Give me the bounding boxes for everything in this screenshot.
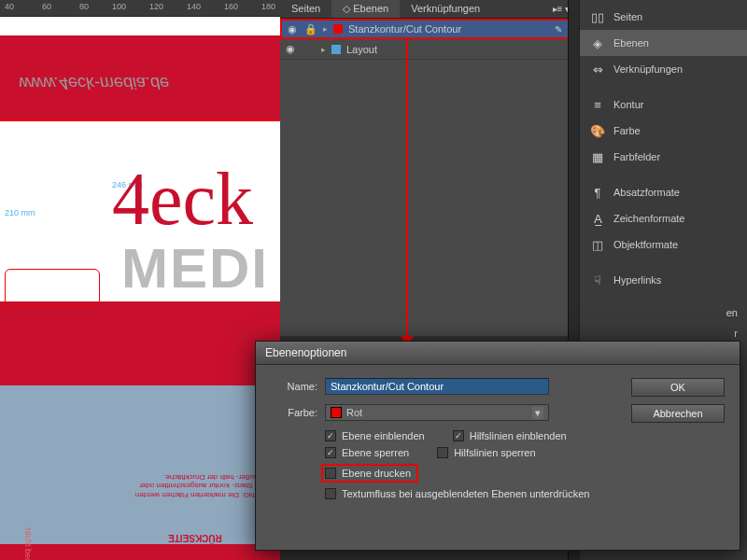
cancel-button[interactable]: Abbrechen (631, 404, 725, 423)
sidebar-item-objektformate[interactable]: ◫Objektformate (580, 231, 747, 258)
sidebar-item-ebenen[interactable]: ◈Ebenen (580, 30, 747, 56)
document-canvas[interactable]: www.4eck-media.de 246 mm 210 mm 4eck MED… (0, 17, 280, 560)
object-styles-icon: ◫ (589, 236, 606, 253)
swatches-icon: ▦ (589, 148, 606, 165)
check-hilfslinien-einblenden[interactable]: ✓Hilfslinien einblenden (453, 430, 567, 441)
sidebar-item-absatzformate[interactable]: ¶Absatzformate (580, 179, 747, 205)
doc-red-stripe (0, 544, 280, 560)
sidebar-label: Hyperlinks (613, 274, 661, 286)
name-label: Name: (271, 381, 317, 392)
sidebar-item-farbe[interactable]: 🎨Farbe (580, 118, 747, 144)
hyperlinks-icon: ☟ (589, 272, 606, 288)
tab-ebenen[interactable]: ◇ Ebenen (331, 0, 400, 18)
paragraph-styles-icon: ¶ (589, 184, 606, 201)
farbe-label: Farbe: (271, 407, 317, 418)
cut-contour-rect (5, 269, 100, 306)
cut-contour-line (0, 119, 280, 121)
sidebar-item-zeichenformate[interactable]: A̲Zeichenformate (580, 205, 747, 231)
sidebar-item-partial[interactable]: en (580, 302, 747, 323)
check-ebene-drucken[interactable]: Ebene drucken (321, 464, 418, 483)
disclosure-icon[interactable]: ▸ (321, 45, 326, 54)
sidebar-label: Verknüpfungen (613, 63, 683, 75)
color-icon: 🎨 (589, 122, 606, 139)
sidebar-label: Farbfelder (613, 151, 660, 162)
stroke-icon: ≡ (589, 96, 606, 113)
sidebar-label: Absatzformate (613, 187, 680, 198)
doc-media-text: MEDI (121, 236, 269, 301)
tab-verknuepfungen[interactable]: Verknüpfungen (400, 0, 491, 18)
check-label: Hilfslinien einblenden (470, 430, 567, 441)
color-swatch (331, 45, 341, 54)
layer-name: Stanzkontur/Cut Contour (348, 23, 549, 35)
sidebar-item-farbfelder[interactable]: ▦Farbfelder (580, 144, 747, 170)
sidebar-item-seiten[interactable]: ▯▯Seiten (580, 4, 747, 30)
sidebar-item-hyperlinks[interactable]: ☟Hyperlinks (580, 267, 747, 293)
sidebar-item-verknuepfungen[interactable]: ⇔Verknüpfungen (580, 56, 747, 82)
check-ebene-sperren[interactable]: ✓Ebene sperren (325, 447, 409, 458)
layer-name-input[interactable] (325, 378, 549, 395)
lock-icon[interactable]: 🔒 (304, 23, 317, 35)
dialog-title: Ebenenoptionen (256, 342, 740, 365)
check-label: Ebene sperren (342, 447, 409, 458)
sidebar-label: en (726, 307, 738, 318)
sidebar-label: Farbe (613, 125, 641, 136)
doc-blue-area (0, 385, 280, 544)
sidebar-label: Ebenen (613, 37, 649, 49)
tab-seiten[interactable]: Seiten (280, 0, 331, 18)
check-label: Hilfslinien sperren (454, 447, 535, 458)
pink-label: Nicht bedruckbar (23, 527, 33, 560)
checkbox-icon (437, 447, 448, 458)
tab-label: Ebenen (353, 3, 388, 14)
visibility-icon[interactable]: ◉ (286, 23, 299, 35)
sidebar-label: Zeichenformate (613, 213, 684, 224)
layer-row-layout[interactable]: ◉ ▸ Layout (280, 39, 579, 60)
visibility-icon[interactable]: ◉ (284, 43, 297, 55)
layer-name: Layout (346, 44, 575, 55)
checkbox-icon (325, 488, 336, 499)
check-label: Textumfluss bei ausgeblendeten Ebenen un… (342, 488, 589, 499)
check-textumfluss[interactable]: Textumfluss bei ausgeblendeten Ebenen un… (325, 488, 589, 499)
doc-logo-text: 4eck (112, 157, 253, 242)
checkbox-icon: ✓ (325, 447, 336, 458)
checkbox-icon: ✓ (325, 430, 336, 441)
doc-red-stripe (0, 301, 280, 385)
char-styles-icon: A̲ (589, 210, 606, 227)
checkbox-icon: ✓ (453, 430, 464, 441)
check-label: Ebene drucken (342, 468, 411, 479)
disclosure-icon[interactable]: ▸ (323, 24, 328, 34)
color-swatch (333, 24, 343, 34)
check-label: Ebene einblenden (342, 430, 425, 441)
pages-icon: ▯▯ (589, 8, 606, 25)
checkbox-icon (325, 468, 336, 479)
color-value: Rot (346, 407, 362, 418)
pen-icon[interactable]: ✎ (555, 24, 562, 35)
measure-label: 210 mm (5, 208, 35, 217)
layer-options-dialog: Ebenenoptionen Name: Farbe: Rot OK Abbre… (255, 341, 740, 551)
sidebar-label: Objektformate (613, 239, 678, 250)
layers-icon: ◈ (589, 35, 606, 51)
color-chip (331, 407, 342, 418)
rueckseite-label: RÜCKSEITE (168, 533, 222, 543)
doc-url-text: www.4eck-media.de (19, 73, 169, 92)
layer-color-select[interactable]: Rot (325, 404, 549, 421)
ok-button[interactable]: OK (631, 378, 725, 397)
sidebar-label: Kontur (613, 99, 643, 110)
sidebar-label: Seiten (613, 11, 642, 22)
panel-tabs: Seiten ◇ Ebenen Verknüpfungen ▸≡ ▾≡ (280, 0, 579, 19)
sidebar-label: r (734, 328, 738, 339)
check-ebene-einblenden[interactable]: ✓Ebene einblenden (325, 430, 425, 441)
layers-panel: ◉ 🔒 ▸ Stanzkontur/Cut Contour ✎ ◉ ▸ Layo… (280, 19, 579, 336)
links-icon: ⇔ (589, 61, 606, 77)
annotation-arrow (406, 37, 408, 341)
sidebar-item-kontur[interactable]: ≡Kontur (580, 91, 747, 118)
check-hilfslinien-sperren[interactable]: Hilfslinien sperren (437, 447, 535, 458)
layer-row-stanzkontur[interactable]: ◉ 🔒 ▸ Stanzkontur/Cut Contour ✎ (280, 19, 579, 39)
